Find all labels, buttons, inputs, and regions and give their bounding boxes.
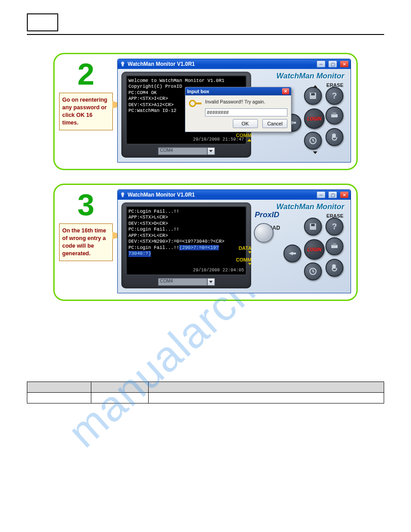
arrow-up-icon bbox=[247, 139, 252, 142]
chevron-down-icon bbox=[209, 281, 213, 283]
clock-button[interactable] bbox=[304, 262, 322, 280]
password-input[interactable] bbox=[205, 108, 287, 116]
svg-rect-12 bbox=[333, 243, 336, 245]
login-button[interactable]: LOGIN bbox=[304, 108, 325, 129]
port-combo[interactable]: COM4 bbox=[158, 278, 207, 286]
pointer-button[interactable] bbox=[283, 245, 301, 262]
combo-dropdown-button[interactable] bbox=[207, 147, 215, 155]
clock-icon bbox=[309, 137, 317, 145]
printer-icon bbox=[330, 112, 338, 119]
callout-step3: On the 16th time of wrong entry a code w… bbox=[59, 223, 113, 261]
print-button[interactable] bbox=[325, 237, 343, 255]
app-window: WatchMan Monitor V1.0R1 ─ ▢ ✕ Welcome to… bbox=[117, 59, 351, 163]
stop-button[interactable] bbox=[325, 259, 343, 277]
step-number: 3 bbox=[59, 189, 113, 220]
app-window: WatchMan Monitor V1.0R1 ─ ▢ ✕ PC:Login F… bbox=[117, 189, 351, 293]
comm-label: COMM bbox=[236, 133, 252, 138]
svg-rect-11 bbox=[331, 245, 338, 248]
port-combo[interactable]: COM4 bbox=[158, 147, 207, 155]
dialog-message: Invalid Password!! Try again. bbox=[205, 99, 287, 104]
key-icon bbox=[189, 99, 201, 112]
data-label: DATA bbox=[236, 245, 252, 251]
ok-button[interactable]: OK bbox=[233, 119, 258, 128]
empty-table bbox=[27, 382, 384, 403]
arrow-down-icon bbox=[248, 251, 252, 253]
help-button[interactable]: ? bbox=[325, 218, 343, 236]
arrow-down-icon bbox=[313, 151, 317, 154]
clock-icon bbox=[309, 267, 317, 275]
arrow-up-icon bbox=[313, 85, 317, 88]
document-page: manualarchive.co 2 Go on reentering any … bbox=[0, 0, 411, 532]
hand-stop-icon bbox=[330, 264, 338, 272]
close-button[interactable]: ✕ bbox=[340, 191, 349, 198]
callout-text: Go on reentering any password or click O… bbox=[62, 97, 107, 126]
login-label: LOGIN bbox=[307, 116, 321, 121]
help-button[interactable]: ? bbox=[325, 87, 343, 105]
window-titlebar: WatchMan Monitor V1.0R1 ─ ▢ ✕ bbox=[118, 59, 351, 69]
input-dialog: Input box ✕ Invalid Password!! Try again… bbox=[185, 87, 291, 132]
svg-rect-4 bbox=[331, 114, 338, 117]
console-line: Welcome to WatchMan Monitor V1.0R1 bbox=[128, 78, 244, 84]
header-rule bbox=[27, 34, 384, 35]
clock-button[interactable] bbox=[304, 132, 322, 150]
floppy-icon bbox=[309, 223, 317, 231]
dialog-close-button[interactable]: ✕ bbox=[282, 88, 289, 94]
maximize-button[interactable]: ▢ bbox=[328, 60, 337, 68]
brand-label: WatchMan Monitor bbox=[255, 202, 347, 211]
port-selector: COM4 bbox=[126, 147, 247, 155]
header-box bbox=[27, 13, 58, 31]
close-button[interactable]: ✕ bbox=[340, 60, 349, 68]
step-number: 2 bbox=[59, 59, 113, 89]
save-button[interactable] bbox=[304, 87, 322, 105]
svg-rect-10 bbox=[311, 224, 315, 226]
print-button[interactable] bbox=[325, 107, 343, 124]
console-line: APP:<STX>L<CR> bbox=[128, 233, 244, 239]
console-frame: PC:Login Fail...!! APP:<STX>L<CR> DEV:<S… bbox=[121, 202, 251, 288]
svg-rect-3 bbox=[311, 93, 315, 95]
svg-rect-1 bbox=[122, 64, 124, 66]
maximize-button[interactable]: ▢ bbox=[328, 191, 337, 198]
minimize-button[interactable]: ─ bbox=[317, 191, 325, 198]
chevron-down-icon bbox=[209, 150, 213, 152]
save-button[interactable] bbox=[304, 218, 322, 236]
console-line: DEV:<STX>N290>7:=0=<19?73040:?<CR> bbox=[128, 239, 244, 245]
port-selector: COM4 bbox=[126, 278, 247, 286]
minimize-button[interactable]: ─ bbox=[317, 60, 325, 68]
login-label: LOGIN bbox=[307, 247, 321, 252]
upload-button[interactable] bbox=[254, 223, 274, 243]
window-title: WatchMan Monitor V1.0R1 bbox=[128, 61, 314, 67]
brand-label: WatchMan Monitor bbox=[255, 72, 347, 81]
console-line: PC:Login Fail...!! bbox=[128, 209, 244, 215]
combo-dropdown-button[interactable] bbox=[207, 278, 215, 286]
console-line-highlight: 73040:?) bbox=[128, 251, 151, 257]
table-row bbox=[27, 382, 384, 393]
callout-step2: Go on reentering any password or click O… bbox=[59, 93, 113, 130]
table-row bbox=[27, 393, 384, 403]
button-pad: ? LOGIN bbox=[275, 218, 347, 285]
control-panel: WatchMan Monitor ProxID ERASE UPLOAD DAT… bbox=[255, 202, 347, 288]
stop-button[interactable] bbox=[325, 128, 343, 146]
console-line: PC:Login Fail...!!(290>7:=0=<19? bbox=[128, 245, 244, 251]
question-icon: ? bbox=[332, 91, 337, 101]
step-panel-2: 2 Go on reentering any password or click… bbox=[53, 53, 358, 170]
callout-text: On the 16th time of wrong entry a code w… bbox=[62, 227, 106, 257]
printer-icon bbox=[330, 243, 338, 250]
console-line: PC:Login Fail...!! bbox=[128, 227, 244, 232]
cancel-button[interactable]: Cancel bbox=[262, 119, 287, 128]
login-button[interactable]: LOGIN bbox=[304, 239, 325, 260]
console-line: APP:<STX>L<CR> bbox=[128, 215, 244, 220]
svg-rect-8 bbox=[122, 195, 124, 197]
svg-rect-5 bbox=[333, 112, 336, 115]
console-timestamp: 29/10/2008 22:04:05 bbox=[193, 268, 244, 274]
question-icon: ? bbox=[332, 222, 337, 232]
comm-label: COMM bbox=[236, 257, 252, 262]
window-title: WatchMan Monitor V1.0R1 bbox=[128, 192, 314, 198]
hand-point-icon bbox=[288, 250, 296, 257]
app-icon bbox=[120, 61, 126, 67]
console-line: DEV:<STX>D<CR> bbox=[128, 221, 244, 227]
dialog-title: Input box bbox=[187, 89, 210, 94]
hand-stop-icon bbox=[330, 133, 338, 141]
console-screen: PC:Login Fail...!! APP:<STX>L<CR> DEV:<S… bbox=[126, 206, 247, 275]
app-icon bbox=[120, 192, 126, 198]
floppy-icon bbox=[309, 92, 317, 100]
